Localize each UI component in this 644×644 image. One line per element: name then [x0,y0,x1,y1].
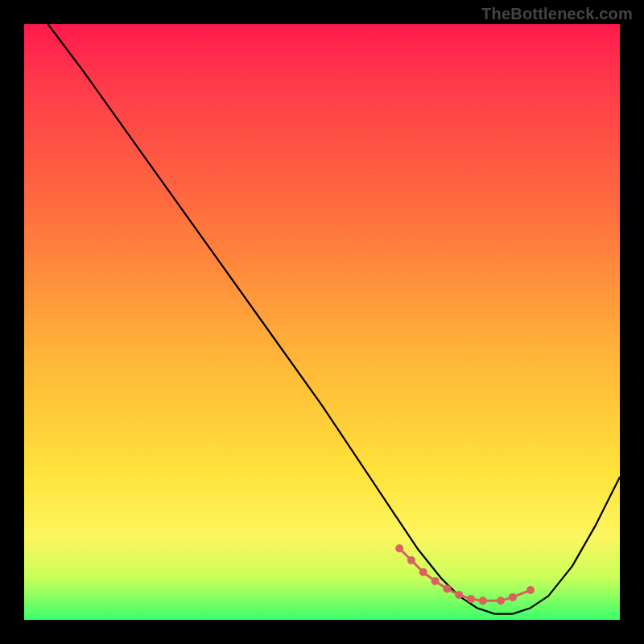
curve-marker [395,544,403,552]
curve-marker [497,597,505,605]
curve-marker [509,593,517,601]
curve-path [48,24,620,614]
curve-marker-line [399,548,530,601]
curve-marker [479,597,487,605]
curve-marker [467,595,475,603]
curve-marker [455,591,463,599]
curve-marker [419,568,427,576]
curve-marker [526,586,535,594]
curve-marker [443,585,451,593]
bottleneck-curve [24,24,620,620]
watermark-text: TheBottleneck.com [481,5,633,23]
outer-frame: TheBottleneck.com [0,0,644,644]
plot-area [24,24,620,620]
curve-marker [431,577,440,585]
curve-marker [407,556,415,564]
